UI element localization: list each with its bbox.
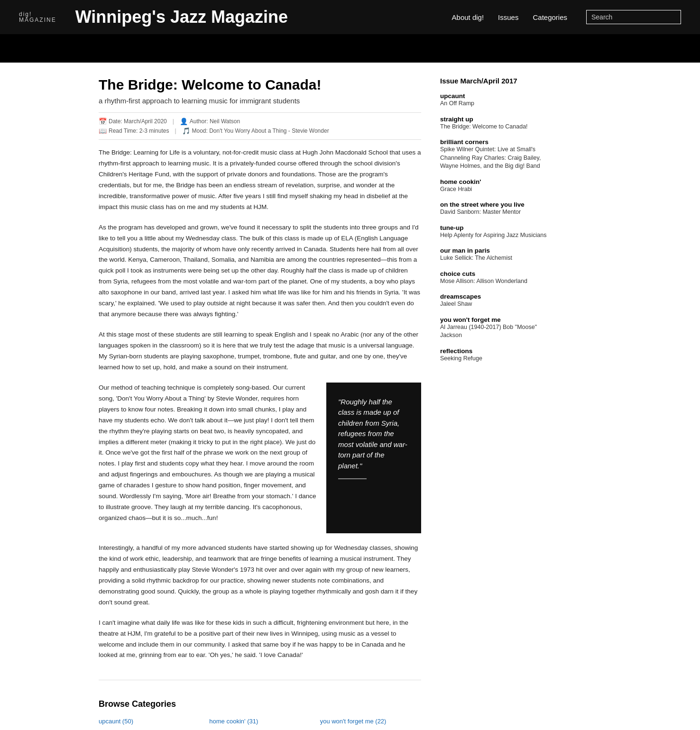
article-meta: 📅 Date: March/April 2020 | 👤 Author: Nei… xyxy=(99,112,421,140)
sidebar-item-choicecuts: choice cuts Mose Allison: Allison Wonder… xyxy=(440,270,554,286)
banner xyxy=(0,34,700,63)
nav-about[interactable]: About dig! xyxy=(452,13,484,21)
category-home-cookin[interactable]: home cookin' (31) xyxy=(209,717,310,726)
read-label: Read Time: 2-3 minutes xyxy=(109,128,169,134)
sidebar-item-title-brilliant: brilliant corners xyxy=(440,138,554,146)
sidebar-item-title-paris: our man in paris xyxy=(440,247,554,254)
sidebar-item-sub-upcaunt: An Off Ramp xyxy=(440,100,554,108)
paragraph-6: I can't imagine what daily life was like… xyxy=(99,618,421,661)
sidebar-item-onstreet: on the street where you live David Sanbo… xyxy=(440,201,554,217)
sidebar-item-upcaunt: upcaunt An Off Ramp xyxy=(440,92,554,108)
sidebar-item-sub-tuneup: Help Aplenty for Aspiring Jazz Musicians xyxy=(440,231,554,240)
sidebar-item-sub-dreamscapes: Jaleel Shaw xyxy=(440,300,554,309)
sidebar-item-dreamscapes: dreamscapes Jaleel Shaw xyxy=(440,293,554,309)
nav-categories[interactable]: Categories xyxy=(533,13,567,21)
sidebar-item-title-onstreet: on the street where you live xyxy=(440,201,554,208)
date-label: Date: March/April 2020 xyxy=(109,118,167,125)
sidebar-item-sub-paris: Luke Sellick: The Alchemist xyxy=(440,254,554,263)
browse-title: Browse Categories xyxy=(99,699,421,709)
sidebar-item-brilliant: brilliant corners Spike Wilner Quintet: … xyxy=(440,138,554,171)
article-body: The Bridge: Learning for Life is a volun… xyxy=(99,147,421,661)
main-nav: About dig! Issues Categories xyxy=(452,13,567,21)
author-label: Author: Neil Watson xyxy=(190,118,240,125)
paragraph-3: At this stage most of these students are… xyxy=(99,329,421,373)
site-logo: dig! MAGAZINE xyxy=(19,11,56,23)
meta-sep-2: | xyxy=(175,128,176,134)
sidebar-item-title-dreamscapes: dreamscapes xyxy=(440,293,554,300)
search-input[interactable] xyxy=(586,10,681,24)
site-header: dig! MAGAZINE Winnipeg's Jazz Magazine A… xyxy=(0,0,700,34)
mood-icon: 🎵 xyxy=(182,127,190,135)
sidebar-item-title-straightup: straight up xyxy=(440,116,554,123)
date-icon: 📅 xyxy=(99,118,107,125)
main-container: The Bridge: Welcome to Canada! a rhythm-… xyxy=(89,63,611,730)
browse-categories: Browse Categories upcaunt (50) home cook… xyxy=(99,699,421,730)
category-upcaunt[interactable]: upcaunt (50) xyxy=(99,717,200,726)
meta-read-row: 📖 Read Time: 2-3 minutes | 🎵 Mood: Don't… xyxy=(99,127,421,135)
sidebar-item-homecookin: home cookin' Grace Hrabi xyxy=(440,178,554,194)
paragraph-1: The Bridge: Learning for Life is a volun… xyxy=(99,147,421,213)
sidebar-item-title-homecookin: home cookin' xyxy=(440,178,554,185)
sidebar-issue-title: Issue March/April 2017 xyxy=(440,77,554,85)
category-wont-forget[interactable]: you won't forget me (22) xyxy=(320,717,421,726)
sidebar-item-paris: our man in paris Luke Sellick: The Alche… xyxy=(440,247,554,263)
paragraph-2: As the program has developed and grown, … xyxy=(99,222,421,320)
sidebar-item-sub-choicecuts: Mose Allison: Allison Wonderland xyxy=(440,277,554,286)
author-icon: 👤 xyxy=(180,118,188,125)
paragraph-5: Interestingly, a handful of my more adva… xyxy=(99,543,421,608)
categories-grid: upcaunt (50) home cookin' (31) you won't… xyxy=(99,717,421,730)
sidebar-item-sub-homecookin: Grace Hrabi xyxy=(440,185,554,194)
article-subtitle: a rhythm-first approach to learning musi… xyxy=(99,97,421,105)
article-content: The Bridge: Welcome to Canada! a rhythm-… xyxy=(99,77,421,730)
sidebar-item-sub-wontforget: Al Jarreau (1940-2017) Bob "Moose" Jacks… xyxy=(440,323,554,340)
mood-label: Mood: Don't You Worry About a Thing - St… xyxy=(192,128,329,134)
paragraph-4: Our method of teaching technique is comp… xyxy=(99,383,317,524)
section-divider xyxy=(99,680,421,680)
sidebar-item-title-choicecuts: choice cuts xyxy=(440,270,554,277)
sidebar-item-tuneup: tune-up Help Aplenty for Aspiring Jazz M… xyxy=(440,224,554,240)
meta-date-row: 📅 Date: March/April 2020 | 👤 Author: Nei… xyxy=(99,118,421,125)
sidebar-item-title-reflections: reflections xyxy=(440,347,554,355)
sidebar-item-title-wontforget: you won't forget me xyxy=(440,316,554,323)
site-title: Winnipeg's Jazz Magazine xyxy=(75,7,433,27)
pull-quote: "Roughly half the class is made up of ch… xyxy=(326,383,421,533)
logo-sub: MAGAZINE xyxy=(19,17,56,23)
article-title: The Bridge: Welcome to Canada! xyxy=(99,77,421,93)
read-icon: 📖 xyxy=(99,127,107,135)
sidebar-item-sub-reflections: Seeking Refuge xyxy=(440,355,554,363)
sidebar-item-title-upcaunt: upcaunt xyxy=(440,92,554,100)
sidebar-item-title-tuneup: tune-up xyxy=(440,224,554,231)
meta-sep-1: | xyxy=(173,118,174,125)
sidebar-item-sub-onstreet: David Sanborn: Master Mentor xyxy=(440,208,554,217)
nav-issues[interactable]: Issues xyxy=(498,13,518,21)
sidebar-item-sub-straightup: The Bridge: Welcome to Canada! xyxy=(440,123,554,131)
sidebar: Issue March/April 2017 upcaunt An Off Ra… xyxy=(440,77,554,730)
sidebar-item-reflections: reflections Seeking Refuge xyxy=(440,347,554,363)
sidebar-item-sub-brilliant: Spike Wilner Quintet: Live at Small's Ch… xyxy=(440,146,554,171)
sidebar-item-wontforget: you won't forget me Al Jarreau (1940-201… xyxy=(440,316,554,340)
pull-quote-container: Our method of teaching technique is comp… xyxy=(99,383,421,533)
paragraph-4-block: Our method of teaching technique is comp… xyxy=(99,383,317,533)
sidebar-item-straightup: straight up The Bridge: Welcome to Canad… xyxy=(440,116,554,131)
